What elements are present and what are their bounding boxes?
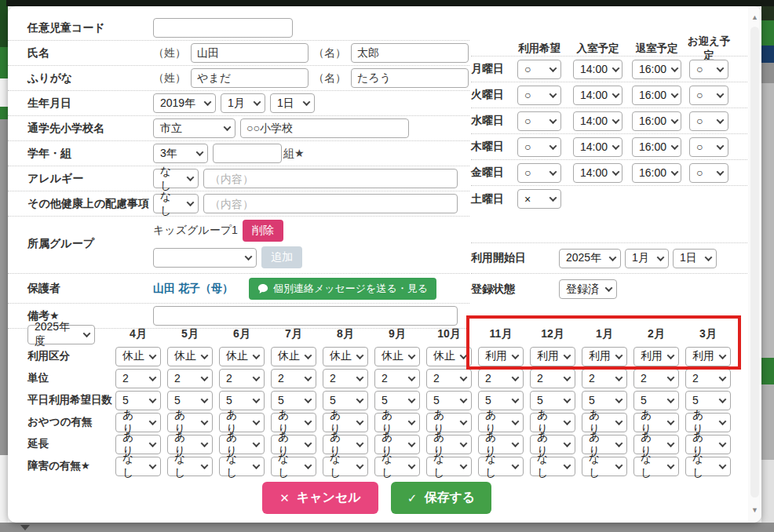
usage-type-select[interactable]: 休止	[219, 347, 265, 366]
grade-select[interactable]: 3年	[153, 144, 208, 163]
disability-select[interactable]: なし	[374, 457, 420, 476]
allergy-detail-input[interactable]	[203, 169, 458, 188]
scroll-up-icon[interactable]: ▲	[748, 11, 761, 24]
snack-select[interactable]: あり	[530, 413, 575, 432]
unit-select[interactable]: 2	[219, 369, 265, 388]
pickup-select[interactable]: ○	[689, 137, 728, 157]
unit-select[interactable]: 2	[478, 369, 524, 388]
extension-select[interactable]: あり	[426, 435, 472, 454]
entry-time-select[interactable]: 14:00	[573, 163, 622, 183]
class-input[interactable]	[213, 144, 282, 163]
registration-select[interactable]: 登録済	[559, 279, 617, 299]
scroll-down-icon[interactable]: ▼	[748, 504, 761, 516]
exit-time-select[interactable]: 16:00	[632, 60, 681, 79]
extension-select[interactable]: あり	[271, 435, 316, 454]
unit-select[interactable]: 2	[530, 369, 575, 388]
extension-select[interactable]: あり	[374, 435, 420, 454]
group-select[interactable]	[153, 248, 257, 268]
usage-type-select[interactable]: 休止	[374, 347, 420, 366]
disability-select[interactable]: なし	[685, 457, 731, 476]
snack-select[interactable]: あり	[219, 413, 265, 432]
weekday-days-select[interactable]: 5	[478, 391, 524, 410]
weekday-days-select[interactable]: 5	[426, 391, 472, 410]
unit-select[interactable]: 2	[685, 369, 731, 388]
birth-year-select[interactable]: 2019年	[153, 93, 216, 113]
wish-select[interactable]: ○	[517, 111, 561, 131]
snack-select[interactable]: あり	[478, 413, 524, 432]
usage-type-select[interactable]: 休止	[426, 347, 472, 366]
pickup-select[interactable]: ○	[689, 111, 728, 131]
first-name-input[interactable]	[351, 43, 469, 63]
pickup-select[interactable]: ○	[689, 60, 728, 79]
usage-start-month-select[interactable]: 1月	[625, 249, 669, 268]
allergy-select[interactable]: なし	[153, 169, 199, 188]
usage-start-day-select[interactable]: 1日	[673, 249, 717, 268]
usage-type-select[interactable]: 利用	[582, 347, 627, 366]
usage-type-select[interactable]: 利用	[633, 347, 679, 366]
first-name-kana-input[interactable]	[351, 68, 469, 88]
snack-select[interactable]: あり	[374, 413, 420, 432]
fiscal-year-select[interactable]: 2025年度	[27, 325, 95, 344]
unit-select[interactable]: 2	[633, 369, 679, 388]
snack-select[interactable]: あり	[685, 413, 731, 432]
school-type-select[interactable]: 市立	[153, 118, 235, 138]
unit-select[interactable]: 2	[426, 369, 472, 388]
disability-select[interactable]: なし	[582, 457, 627, 476]
scrollbar-thumb[interactable]	[750, 27, 759, 497]
usage-type-select[interactable]: 利用	[530, 347, 575, 366]
usage-type-select[interactable]: 休止	[271, 347, 316, 366]
snack-select[interactable]: あり	[115, 413, 161, 432]
group-add-button[interactable]: 追加	[261, 246, 302, 268]
exit-time-select[interactable]: 16:00	[632, 137, 681, 157]
unit-select[interactable]: 2	[115, 369, 161, 388]
school-name-input[interactable]	[240, 118, 409, 138]
unit-select[interactable]: 2	[582, 369, 627, 388]
wish-select[interactable]: ○	[517, 86, 561, 105]
disability-select[interactable]: なし	[167, 457, 213, 476]
pickup-select[interactable]: ○	[689, 86, 728, 105]
weekday-days-select[interactable]: 5	[323, 391, 368, 410]
snack-select[interactable]: あり	[323, 413, 368, 432]
save-button[interactable]: ✓ 保存する	[391, 482, 491, 514]
send-message-button[interactable]: 個別連絡メッセージを送る・見る	[249, 278, 436, 300]
birth-month-select[interactable]: 1月	[221, 93, 265, 113]
disability-select[interactable]: なし	[633, 457, 679, 476]
weekday-days-select[interactable]: 5	[115, 391, 161, 410]
extension-select[interactable]: あり	[167, 435, 213, 454]
guardian-name-link[interactable]: 山田 花子（母）	[153, 282, 233, 296]
unit-select[interactable]: 2	[374, 369, 420, 388]
extension-select[interactable]: あり	[685, 435, 731, 454]
usage-start-year-select[interactable]: 2025年	[559, 249, 621, 268]
entry-time-select[interactable]: 14:00	[573, 60, 622, 79]
snack-select[interactable]: あり	[271, 413, 316, 432]
entry-time-select[interactable]: 14:00	[573, 137, 622, 157]
unit-select[interactable]: 2	[271, 369, 316, 388]
extension-select[interactable]: あり	[323, 435, 368, 454]
group-delete-button[interactable]: 削除	[243, 220, 283, 242]
snack-select[interactable]: あり	[426, 413, 472, 432]
weekday-days-select[interactable]: 5	[582, 391, 627, 410]
exit-time-select[interactable]: 16:00	[632, 111, 681, 131]
pickup-select[interactable]: ○	[689, 163, 728, 183]
weekday-days-select[interactable]: 5	[530, 391, 575, 410]
disability-select[interactable]: なし	[530, 457, 575, 476]
entry-time-select[interactable]: 14:00	[573, 111, 622, 131]
extension-select[interactable]: あり	[219, 435, 265, 454]
unit-select[interactable]: 2	[323, 369, 368, 388]
disability-select[interactable]: なし	[271, 457, 316, 476]
usage-type-select[interactable]: 利用	[478, 347, 524, 366]
weekday-days-select[interactable]: 5	[685, 391, 731, 410]
exit-time-select[interactable]: 16:00	[632, 163, 681, 183]
extension-select[interactable]: あり	[115, 435, 161, 454]
weekday-days-select[interactable]: 5	[633, 391, 679, 410]
snack-select[interactable]: あり	[582, 413, 627, 432]
wish-select[interactable]: ○	[517, 60, 561, 79]
exit-time-select[interactable]: 16:00	[632, 86, 681, 105]
weekday-days-select[interactable]: 5	[271, 391, 316, 410]
extension-select[interactable]: あり	[633, 435, 679, 454]
disability-select[interactable]: なし	[478, 457, 524, 476]
unit-select[interactable]: 2	[167, 369, 213, 388]
modal-scrollbar[interactable]: ▲ ▼	[748, 6, 761, 523]
weekday-days-select[interactable]: 5	[374, 391, 420, 410]
extension-select[interactable]: あり	[478, 435, 524, 454]
